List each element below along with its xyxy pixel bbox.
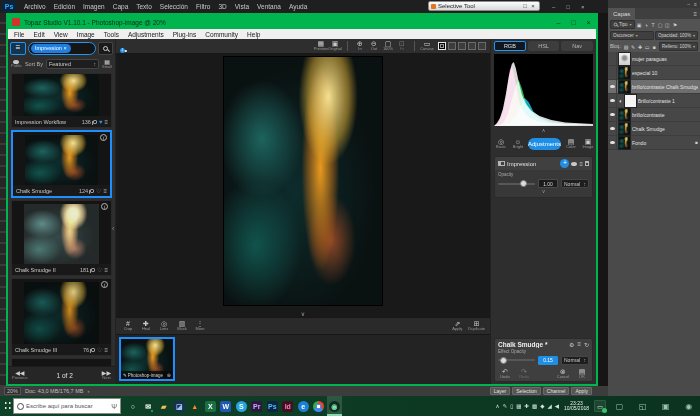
plugin-button[interactable]: Channel [543,387,570,395]
preset-card[interactable]: Chalk Smudge III 76 ♡ ≡ [11,278,112,356]
taskbar-app[interactable]: Pr [249,396,265,416]
layer-thumbnail[interactable] [625,95,636,107]
taskbar-app[interactable]: ▰ [156,396,172,416]
blend-mode-dropdown[interactable]: Oscurecer [610,31,654,40]
view-mode-button[interactable] [468,42,476,50]
collapse-panel-icon[interactable]: ∨ [498,188,589,194]
action-button[interactable]: ⇗Apply [450,320,464,332]
menu-item[interactable]: Edición [54,3,75,10]
edit-tool-button[interactable]: ✚Heal [139,320,153,332]
favorite-heart-icon[interactable]: ♡ [97,266,102,273]
tray-icon[interactable]: ▯ [510,403,513,409]
edit-tool-button[interactable]: ⋮More [193,320,207,332]
view-mode-button[interactable] [438,42,446,50]
toolbar-button[interactable]: ▣Original [328,40,342,52]
topaz-titlebar[interactable]: Topaz Studio V1.10.1 - Photoshop-image @… [8,15,596,29]
search-input[interactable]: Impression × [28,42,96,55]
layer-visibility-toggle[interactable] [608,80,617,93]
quick-adjust-button[interactable]: ▤Color [564,138,578,150]
menu-item[interactable]: Help [247,31,260,38]
layer-row[interactable]: mujer paraguas [608,52,700,66]
zoom-tool-button[interactable]: ▢100% [381,40,395,52]
favorite-heart-icon[interactable]: ♥ [99,119,103,125]
menu-item[interactable]: Vista [235,3,249,10]
layer-filter-dropdown[interactable]: Tipo [610,20,635,29]
pinned-app-icon[interactable]: ◱ [639,402,647,411]
window-control-button[interactable]: □ [566,4,570,10]
layer-row[interactable]: ◐ Brillo/contraste 1 [608,94,700,108]
window-control-button[interactable]: – [552,4,555,10]
window-control-button[interactable]: – [551,19,566,26]
layer-row[interactable]: brillo/contraste [608,108,700,122]
preset-menu-icon[interactable]: ≡ [104,267,108,273]
zoom-tool-button[interactable]: ⊖Out [367,40,381,52]
lock-option-icon[interactable]: ■ [651,44,658,50]
plugin-button[interactable]: Selection [512,387,541,395]
panel-control-icon[interactable]: ≡ [694,1,697,7]
preset-card[interactable]: Impression Workflow 136 ♥ ≡ [11,73,112,128]
layer-visibility-toggle[interactable] [608,108,617,121]
trash-icon[interactable] [585,161,589,166]
effect-opacity-value[interactable]: 0.15 [538,356,558,365]
edit-tool-button[interactable]: ◎Lens [157,320,171,332]
tray-icon[interactable]: ∧ [496,403,500,409]
commit-button[interactable]: ⊗Cancel [556,368,570,380]
mask-icon[interactable] [498,161,505,166]
taskbar-app[interactable]: ✉ [141,396,157,416]
effect-blend-dropdown[interactable]: Normal [561,356,589,365]
next-page-button[interactable]: ▶▶ Next [102,370,111,381]
effect-header-icon[interactable]: ≡ [577,341,581,348]
layer-thumbnail[interactable] [619,109,630,121]
menu-item[interactable]: Adjustments [128,31,164,38]
panel-menu-icon[interactable]: ≡ [693,11,700,17]
menu-item[interactable]: Filtro [196,3,210,10]
lock-option-icon[interactable]: ✎ [630,44,637,50]
edit-tool-button[interactable]: #Crop [121,320,135,332]
layer-thumbnail[interactable] [619,67,630,79]
menu-item[interactable]: Texto [136,3,152,10]
tray-icon[interactable]: ✚ [524,403,529,409]
layer-visibility-toggle[interactable] [608,66,617,79]
effect-header-icon[interactable]: ↻ [584,341,589,348]
info-icon[interactable] [101,281,108,288]
layer-row[interactable]: Fondo ■ [608,136,700,150]
layer-filter-icon[interactable]: T [650,22,657,28]
quick-adjust-button[interactable]: ◎Basic [494,138,508,150]
plugin-button[interactable]: Layer [490,387,511,395]
remove-image-icon[interactable]: ⊗ [167,372,171,378]
collapse-toolrow-icon[interactable]: ∨ [301,311,305,317]
lock-option-icon[interactable]: ▨ [623,44,630,50]
menu-item[interactable]: Archivo [24,3,46,10]
menu-item[interactable]: Edit [33,31,44,38]
selective-tool-window[interactable]: Selective Tool □× [428,1,540,11]
tab-capas[interactable]: Capas [608,8,635,19]
zoom-tool-button[interactable]: ⊡Fit [395,40,409,52]
taskbar-clock[interactable]: 23:23 10/05/2018 [564,401,589,412]
search-button[interactable] [98,42,113,55]
taskbar-search[interactable]: Escribe aquí para buscar Ψ [13,398,121,414]
adjustments-button[interactable]: Adjustments [528,138,561,150]
favorite-heart-icon[interactable]: ♡ [96,187,101,194]
favorite-heart-icon[interactable]: ♡ [97,346,102,353]
opacity-value[interactable]: 1.00 [538,179,558,188]
pinned-app-icon[interactable]: ▢ [616,402,624,411]
fill-dropdown[interactable]: Relleno:100% [659,42,698,51]
effect-opacity-slider[interactable] [498,359,535,361]
window-control-button[interactable]: × [529,3,537,9]
preset-card[interactable]: Chalk Smudge II 181 ♡ ≡ [11,200,112,276]
lock-option-icon[interactable]: ▭ [644,44,651,50]
layer-visibility-toggle[interactable] [608,52,617,65]
hamburger-menu-button[interactable]: ≡ [10,42,26,55]
filter-pin-icon[interactable]: ⚑ [672,22,679,28]
menu-item[interactable]: Tools [104,31,119,38]
window-control-button[interactable]: □ [521,3,529,9]
taskbar-app[interactable]: Ps [265,396,281,416]
tray-icon[interactable]: ▩ [532,403,537,409]
preset-menu-icon[interactable]: ≡ [104,347,108,353]
edit-tool-button[interactable]: ▥Mask [175,320,189,332]
view-mode-button[interactable] [448,42,456,50]
layer-filter-icon[interactable]: ▣ [636,22,643,28]
taskbar-app[interactable]: Id [280,396,296,416]
collapse-histogram-icon[interactable]: ∧ [491,127,596,134]
public-filter-button[interactable]: Public [11,60,22,69]
